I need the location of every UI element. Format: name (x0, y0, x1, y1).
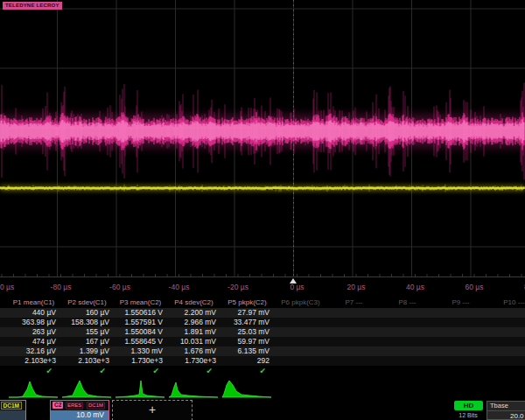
measure-cell: 474 µV (7, 337, 60, 346)
measure-cell: 263 µV (7, 327, 60, 337)
add-trace-button[interactable]: + (112, 400, 192, 420)
c2-volts-per-div: 10.0 mV (51, 410, 108, 420)
measure-cell (274, 318, 327, 327)
measure-cell: 2.966 mV (167, 318, 220, 327)
channel-c1-descriptor[interactable]: DC1M 0 mV (0, 400, 26, 420)
measure-cell (327, 346, 381, 356)
c1-volts-per-div: 0 mV (0, 410, 25, 420)
measure-cell: 1.399 µV (60, 346, 114, 356)
measure-cell (274, 356, 327, 366)
measure-header-p8[interactable]: P8 --- (381, 298, 434, 308)
measure-header-p7[interactable]: P7 --- (327, 298, 381, 308)
measure-cell (381, 318, 434, 327)
measure-status-check-icon: ✔ (167, 366, 220, 376)
measure-cell (327, 356, 381, 366)
waveform-grid[interactable]: TELEDYNE LECROY (0, 0, 525, 278)
time-tick-label: -60 µs (109, 283, 130, 291)
measure-cell (434, 337, 487, 346)
measure-cell: 32.16 µV (7, 346, 60, 356)
measure-cell (381, 308, 434, 318)
measure-cell: 440 µV (7, 308, 60, 318)
measure-header-p5[interactable]: P5 pkpk(C2) (220, 298, 274, 308)
measure-cell: 33.477 mV (220, 318, 274, 327)
measure-header-p6[interactable]: P6 pkpk(C3) (274, 298, 327, 308)
measure-cell (487, 337, 525, 346)
measure-cell: 167 µV (60, 337, 114, 346)
measure-cell (487, 308, 525, 318)
measure-cell: 292 (220, 356, 274, 366)
measure-header-p2[interactable]: P2 sdev(C1) (60, 298, 114, 308)
measure-header-p3[interactable]: P3 mean(C2) (114, 298, 167, 308)
measure-cell: 1.550084 V (114, 327, 167, 337)
oscilloscope-screen: TELEDYNE LECROY -100 µs-80 µs-60 µs-40 µ… (0, 0, 525, 420)
time-tick-label: -40 µs (169, 283, 190, 291)
measure-cell: 25.03 mV (220, 327, 274, 337)
timebase-label: Tbase (487, 402, 525, 411)
measure-cell (487, 318, 525, 327)
timebase-value: 20.0 (487, 411, 525, 420)
measure-cell (274, 308, 327, 318)
measure-cell: 158.308 µV (60, 318, 114, 327)
histicon-p5[interactable] (220, 378, 274, 399)
waveform-canvas (0, 0, 525, 278)
measure-cell: 1.730e+3 (167, 356, 220, 366)
measure-cell (487, 356, 525, 366)
measure-cell (434, 308, 487, 318)
hd-bits-label: 12 Bits (449, 412, 487, 418)
measure-cell: 27.97 mV (220, 308, 274, 318)
measure-cell: 155 µV (60, 327, 114, 337)
time-tick-label: 20 µs (347, 283, 366, 291)
measure-cell (327, 327, 381, 337)
histicon-p4[interactable] (167, 378, 220, 399)
time-tick-label: 40 µs (406, 283, 424, 291)
c2-channel-badge: C2 (52, 402, 63, 409)
c2-coupling-badge: DC1M (87, 402, 105, 410)
channel-c2-descriptor[interactable]: C2 ERES DC1M 10.0 mV (50, 400, 109, 420)
measure-status-check-icon: ✔ (114, 366, 167, 376)
measure-cell (434, 346, 487, 356)
measure-table: P1 mean(C1)P2 sdev(C1)P3 mean(C2)P4 sdev… (0, 298, 525, 376)
measure-cell: 10.031 mV (167, 337, 220, 346)
measure-cell (327, 337, 381, 346)
measure-cell (327, 318, 381, 327)
time-tick-label: -80 µs (51, 283, 72, 291)
measure-cell (381, 337, 434, 346)
measure-cell: 1.730e+3 (114, 356, 167, 366)
histicon-p2[interactable] (60, 378, 114, 399)
measure-cell: 2.200 mV (167, 308, 220, 318)
histicon-row (0, 376, 525, 400)
timebase-descriptor[interactable]: Tbase 20.0 (486, 401, 525, 420)
descriptor-bar: DC1M 0 mV C2 ERES DC1M 10.0 mV + HD 12 B… (0, 400, 525, 420)
measure-cell (274, 337, 327, 346)
time-tick-label: -20 µs (228, 283, 248, 291)
measure-cell (274, 346, 327, 356)
measure-cell: 2.103e+3 (60, 356, 114, 366)
scope-logo: TELEDYNE LECROY (3, 2, 62, 10)
measure-header-p1[interactable]: P1 mean(C1) (7, 298, 60, 308)
measure-status-check-icon: ✔ (7, 366, 60, 376)
measure-cell: 1.330 mV (114, 346, 167, 356)
measure-cell: 1.550616 V (114, 308, 167, 318)
measure-cell (381, 327, 434, 337)
measure-cell: 59.97 mV (220, 337, 274, 346)
measure-header-p10[interactable]: P10 --- (487, 298, 525, 308)
c1-coupling-badge: DC1M (1, 402, 22, 410)
hd-mode-badge[interactable]: HD (454, 401, 483, 410)
histicon-p1[interactable] (7, 378, 60, 399)
measure-cell: 1.558645 V (114, 337, 167, 346)
measure-cell (434, 318, 487, 327)
measure-cell (381, 346, 434, 356)
measure-status-check-icon: ✔ (60, 366, 114, 376)
measure-header-p4[interactable]: P4 sdev(C2) (167, 298, 220, 308)
measure-cell: 160 µV (60, 308, 114, 318)
histicon-p3[interactable] (114, 378, 167, 399)
measure-cell: 1.676 mV (167, 346, 220, 356)
measure-cell: 1.891 mV (167, 327, 220, 337)
time-tick-label: -100 µs (0, 283, 14, 291)
time-axis: -100 µs-80 µs-60 µs-40 µs-20 µs0 µs20 µs… (0, 278, 525, 298)
measure-cell: 6.135 mV (220, 346, 274, 356)
measure-cell: 2.103e+3 (7, 356, 60, 366)
measure-header-p9[interactable]: P9 --- (434, 298, 487, 308)
measure-cell (381, 356, 434, 366)
measure-cell: 363.98 µV (7, 318, 60, 327)
